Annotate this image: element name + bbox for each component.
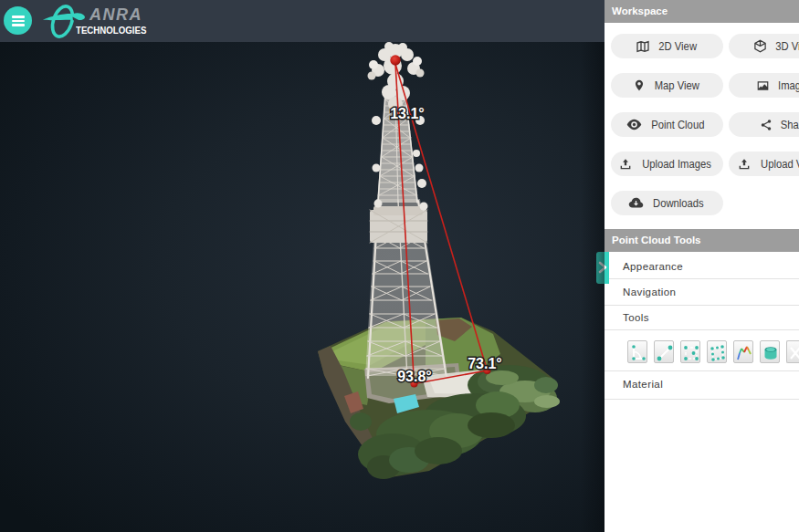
svg-text:13.1°: 13.1° xyxy=(390,106,425,121)
svg-text:73.1°: 73.1° xyxy=(468,356,502,371)
svg-text:93.8°: 93.8° xyxy=(397,369,432,384)
